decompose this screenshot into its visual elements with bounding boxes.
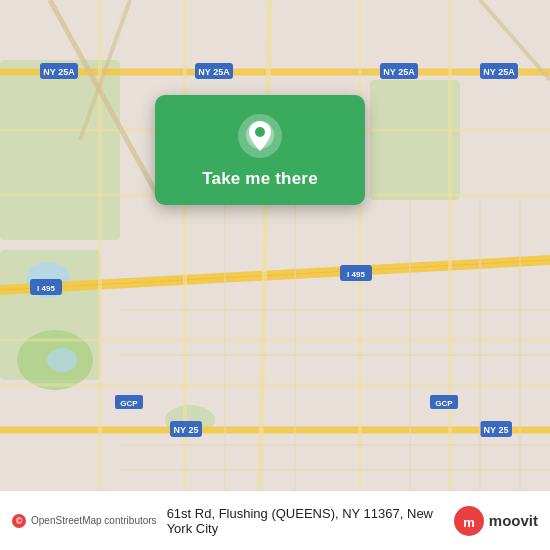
osm-text: OpenStreetMap contributors	[31, 515, 157, 526]
svg-text:I 495: I 495	[37, 284, 55, 293]
take-me-there-button[interactable]: Take me there	[202, 169, 318, 189]
moovit-text: moovit	[489, 512, 538, 529]
svg-text:GCP: GCP	[120, 399, 138, 408]
svg-text:NY 25A: NY 25A	[43, 67, 75, 77]
bottom-bar: © OpenStreetMap contributors 61st Rd, Fl…	[0, 490, 550, 550]
svg-rect-3	[370, 80, 460, 200]
svg-text:NY 25: NY 25	[174, 425, 199, 435]
svg-text:NY 25A: NY 25A	[483, 67, 515, 77]
moovit-icon: m	[453, 505, 485, 537]
address-text: 61st Rd, Flushing (QUEENS), NY 11367, Ne…	[163, 506, 453, 536]
moovit-logo: m moovit	[453, 505, 538, 537]
svg-text:m: m	[463, 515, 475, 530]
map-container: NY 25A NY 25A NY 25A NY 25A I 495 I 495 …	[0, 0, 550, 490]
svg-text:I 495: I 495	[347, 270, 365, 279]
location-card: Take me there	[155, 95, 365, 205]
location-pin-icon	[237, 113, 283, 159]
svg-text:NY 25: NY 25	[484, 425, 509, 435]
osm-icon: ©	[12, 514, 26, 528]
osm-attribution: © OpenStreetMap contributors	[12, 514, 157, 528]
svg-point-8	[47, 348, 77, 372]
svg-text:GCP: GCP	[435, 399, 453, 408]
svg-text:NY 25A: NY 25A	[198, 67, 230, 77]
map-svg: NY 25A NY 25A NY 25A NY 25A I 495 I 495 …	[0, 0, 550, 490]
svg-point-56	[255, 127, 265, 137]
svg-text:NY 25A: NY 25A	[383, 67, 415, 77]
